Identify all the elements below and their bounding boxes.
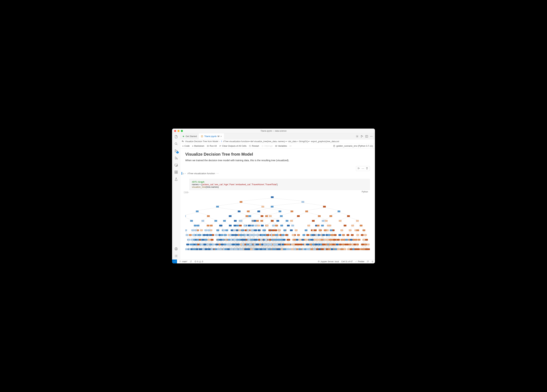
close-window-button[interactable] [174, 130, 176, 132]
more-toolbar-icon[interactable]: ⋯ [289, 145, 292, 147]
svg-line-898 [250, 231, 252, 234]
svg-rect-2320 [229, 244, 231, 245]
svg-rect-2335 [231, 248, 233, 250]
run-all-button[interactable]: Run All [207, 145, 217, 147]
delete-cell-icon[interactable] [366, 167, 368, 170]
svg-line-1309 [326, 236, 327, 239]
more-icon[interactable] [370, 135, 373, 138]
svg-line-1215 [310, 245, 311, 248]
close-tab-icon[interactable]: × [220, 135, 222, 138]
svg-line-1476 [353, 222, 357, 225]
svg-rect-2318 [231, 234, 234, 236]
svg-line-371 [230, 245, 232, 248]
remote-indicator[interactable] [172, 260, 177, 264]
svg-rect-2894 [315, 234, 318, 236]
breadcrumb[interactable]: M↓ Visualize Decision Tree from Model › … [180, 139, 375, 143]
kernel-selector[interactable]: golden_scenario_env (Python 3.7.11) [333, 145, 373, 147]
svg-rect-1829 [219, 225, 222, 226]
sync-icon[interactable] [190, 260, 192, 263]
search-icon[interactable] [174, 142, 178, 146]
notifications-icon[interactable] [371, 260, 374, 263]
code-editor[interactable]: #DT1 Graph names = ['pclass_cat','sex_ca… [189, 179, 370, 190]
svg-line-1369 [315, 226, 318, 230]
svg-line-932 [257, 236, 259, 239]
clear-outputs-button[interactable]: Clear Outputs of All Cells [219, 145, 247, 147]
variables-button[interactable]: Variables [275, 145, 287, 147]
restart-button[interactable]: Restart [249, 145, 259, 147]
svg-line-1531 [365, 236, 367, 239]
run-by-line-icon[interactable] [357, 167, 360, 170]
svg-rect-2411 [249, 234, 252, 236]
svg-rect-2413 [246, 244, 249, 245]
svg-line-925 [257, 231, 259, 234]
cell-position[interactable]: Cell 31 of 47 [341, 260, 353, 263]
svg-line-1401 [324, 241, 326, 244]
svg-line-607 [257, 217, 267, 220]
feedback-icon[interactable] [367, 260, 369, 263]
problems-indicator[interactable]: 0 0 [194, 260, 203, 263]
add-code-cell-button[interactable]: +Code [182, 144, 190, 147]
svg-line-644 [258, 236, 259, 239]
svg-line-1523 [364, 231, 365, 234]
gear-icon[interactable] [356, 135, 359, 138]
svg-line-1328 [329, 236, 330, 239]
remote-explorer-icon[interactable] [174, 163, 178, 167]
svg-rect-2966 [341, 230, 343, 231]
run-cell-icon[interactable]: ▷⌄ [183, 172, 186, 175]
branch-indicator[interactable]: main* [179, 260, 187, 263]
svg-line-262 [208, 241, 209, 244]
svg-line-1460 [338, 245, 340, 248]
svg-line-1508 [358, 236, 359, 239]
diff-icon[interactable] [360, 135, 363, 138]
settings-gear-icon[interactable] [174, 254, 178, 258]
split-editor-icon[interactable] [365, 135, 368, 138]
svg-line-1507 [357, 245, 358, 248]
breadcrumb-item[interactable]: Visualize Decision Tree from Model [185, 140, 218, 143]
zoom-window-button[interactable] [181, 130, 183, 132]
svg-rect-2314 [248, 215, 251, 217]
svg-rect-1860 [229, 225, 232, 226]
svg-line-1126 [296, 231, 299, 234]
source-control-icon[interactable]: 4 [174, 149, 178, 153]
jupyter-server-status[interactable]: Jupyter Server: local [318, 260, 339, 263]
svg-rect-2424 [251, 239, 253, 241]
svg-line-344 [227, 241, 229, 244]
svg-line-433 [235, 222, 240, 225]
cell-language-label[interactable]: Python [362, 191, 368, 193]
svg-rect-2406 [253, 220, 256, 222]
svg-point-4 [177, 158, 178, 159]
collapsed-code-cell[interactable]: ▷⌄ #Tree visualization function ⋯ [182, 172, 370, 175]
output-collapse-icon[interactable]: ⋯ [185, 191, 191, 194]
svg-rect-10 [176, 172, 177, 174]
breadcrumb-item[interactable]: export_graphviz(tree_data,out [311, 140, 339, 143]
breadcrumb-item[interactable]: dot_data = StringIO()↩ [288, 140, 310, 143]
interrupt-button[interactable]: Interrupt [261, 145, 273, 147]
svg-line-1452 [340, 222, 345, 225]
svg-line-1463 [342, 236, 343, 239]
svg-line-366 [230, 226, 233, 230]
svg-line-895 [262, 217, 270, 220]
svg-line-278 [216, 236, 218, 239]
accounts-icon[interactable] [174, 247, 178, 251]
svg-rect-1539 [240, 201, 242, 203]
add-markdown-cell-button[interactable]: +Markdown [192, 144, 204, 147]
testing-icon[interactable] [174, 177, 178, 181]
tab-titanic[interactable]: Titanic.ipynb M × [199, 133, 224, 139]
explorer-icon[interactable] [174, 135, 178, 139]
svg-rect-1899 [239, 225, 242, 226]
run-debug-icon[interactable] [174, 156, 178, 160]
more-icon[interactable]: ⋯ [362, 167, 364, 170]
svg-line-100 [188, 245, 189, 248]
minimize-window-button[interactable] [178, 130, 179, 132]
svg-line-634 [257, 222, 262, 225]
prettier-status[interactable]: Prettier [355, 260, 364, 263]
extensions-icon[interactable] [174, 170, 178, 174]
svg-line-862 [243, 236, 244, 239]
svg-line-106 [188, 241, 189, 244]
svg-line-345 [227, 245, 229, 248]
svg-line-131 [198, 241, 199, 244]
tab-get-started[interactable]: Get Started [180, 133, 199, 139]
breadcrumb-item[interactable]: #Tree visualization function↩def visuali… [223, 140, 287, 143]
svg-line-218 [206, 241, 208, 244]
svg-line-609 [249, 226, 253, 230]
